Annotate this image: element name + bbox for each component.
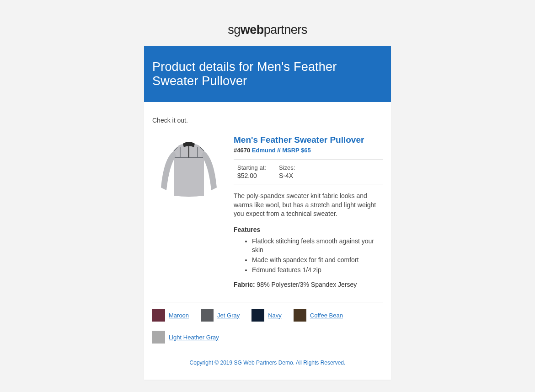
fabric-line: Fabric: 98% Polyester/3% Spandex Jersey [234, 281, 383, 288]
feature-item: Edmund features 1/4 zip [252, 266, 383, 275]
sku-number: #4670 [234, 147, 252, 154]
fabric-value: 98% Polyester/3% Spandex Jersey [255, 281, 357, 288]
swatch-item: Maroon [152, 309, 189, 322]
swatch-color-box [294, 309, 306, 322]
swatch-link[interactable]: Light Heather Gray [169, 334, 219, 341]
brand-suffix: partners [264, 23, 307, 37]
swatch-link[interactable]: Coffee Bean [310, 312, 343, 319]
product-title: Men's Feather Sweater Pullover [234, 135, 383, 145]
swatch-color-box [152, 309, 165, 322]
swatch-color-box [152, 331, 165, 344]
sizes-label: Sizes: [279, 164, 295, 171]
brand-bold: web [241, 23, 264, 37]
feature-item: Made with spandex for fit and comfort [252, 256, 383, 265]
sizes-value: S-4X [279, 172, 295, 179]
swatch-item: Navy [251, 309, 282, 322]
starting-value: $52.00 [237, 172, 266, 179]
price-size-block: Starting at: $52.00 Sizes: S-4X [234, 159, 383, 184]
starting-label: Starting at: [237, 164, 266, 171]
swatch-row: MaroonJet GrayNavyCoffee BeanLight Heath… [152, 309, 383, 344]
features-heading: Features [234, 226, 383, 233]
footer-copyright: Copyright © 2019 SG Web Partners Demo. A… [152, 352, 383, 375]
features-list: Flatlock stitching feels smooth against … [243, 237, 383, 274]
product-image [152, 135, 225, 204]
fabric-label: Fabric: [234, 281, 255, 288]
swatch-color-box [251, 309, 264, 322]
product-sku: #4670 Edmund // MSRP $65 [234, 147, 383, 154]
divider [152, 302, 383, 302]
product-card: Product details for Men's Feather Sweate… [144, 46, 391, 380]
page-title: Product details for Men's Feather Sweate… [144, 46, 391, 102]
swatch-item: Jet Gray [201, 309, 240, 322]
swatch-item: Coffee Bean [294, 309, 343, 322]
brand-prefix: sg [228, 23, 241, 37]
swatch-link[interactable]: Jet Gray [217, 312, 240, 319]
product-description: The poly-spandex sweater knit fabric loo… [234, 192, 383, 219]
intro-text: Check it out. [152, 117, 383, 124]
swatch-color-box [201, 309, 214, 322]
swatch-link[interactable]: Navy [268, 312, 282, 319]
feature-item: Flatlock stitching feels smooth against … [252, 237, 383, 255]
swatch-item: Light Heather Gray [152, 331, 219, 344]
brand-logo: sgwebpartners [0, 23, 535, 37]
swatch-link[interactable]: Maroon [169, 312, 189, 319]
sku-link[interactable]: Edmund // MSRP $65 [252, 147, 311, 154]
